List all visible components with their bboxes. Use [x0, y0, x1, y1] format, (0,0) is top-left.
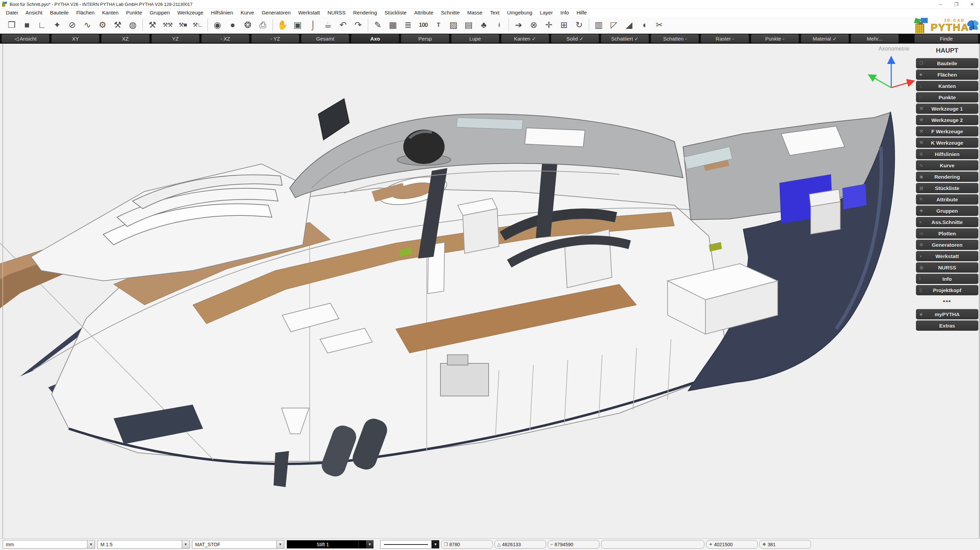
sidebar-item-generatoren[interactable]: ⚙ Generatoren: [916, 239, 978, 250]
nurss-mesh-icon[interactable]: ◍: [125, 18, 140, 32]
camera-icon[interactable]: ◉: [210, 18, 225, 32]
menu-flaechen[interactable]: Flächen: [72, 10, 98, 16]
hook-icon[interactable]: ⌡: [305, 18, 320, 32]
menu-stueckliste[interactable]: Stückliste: [380, 10, 410, 16]
sidebar-item-flaechen[interactable]: ■ Flächen: [916, 70, 978, 80]
menu-hilfe[interactable]: Hilfe: [573, 10, 590, 16]
bauteile-box-icon[interactable]: ❒: [4, 18, 19, 32]
sidebar-item-mypytha[interactable]: ◈ myPYTHA: [916, 309, 978, 319]
menu-werkstatt[interactable]: Werkstatt: [294, 10, 324, 16]
toggle-kanten-button[interactable]: Kanten ✓: [501, 34, 549, 43]
werkzeuge2-hammers-icon[interactable]: ⚒⚒: [160, 18, 175, 32]
sidebar-item-projektkopf[interactable]: ▯ Projektkopf: [916, 285, 978, 295]
sidebar-item-f-werkzeuge[interactable]: ⚒ F Werkzeuge: [916, 126, 978, 136]
close-button[interactable]: ✕: [964, 0, 980, 8]
open-file-hand-icon[interactable]: ✋: [275, 18, 290, 32]
werkzeuge1-hammer-icon[interactable]: ⚒: [145, 18, 160, 32]
view-mehr-button[interactable]: Mehr...: [851, 34, 899, 43]
chevron-down-icon[interactable]: ▼: [182, 540, 189, 548]
sidebar-item-info[interactable]: i Info: [916, 274, 978, 284]
sidebar-item-attribute[interactable]: ✎ Attribute: [916, 194, 978, 204]
sidebar-item-punkte[interactable]: ∷ Punkte: [916, 92, 978, 103]
toggle-punkte-button[interactable]: Punkte -: [751, 34, 799, 43]
sidebar-item-werkzeuge-1[interactable]: ⚒ Werkzeuge 1: [916, 103, 978, 114]
sidebar-item-bauteile[interactable]: ❒ Bauteile: [916, 58, 978, 68]
pan-move-icon[interactable]: ✛: [541, 18, 557, 32]
menu-kurve[interactable]: Kurve: [237, 10, 258, 16]
sidebar-item-gruppen[interactable]: ❖ Gruppen: [916, 206, 978, 216]
view-gesamt-button[interactable]: Gesamt: [301, 34, 349, 43]
punkte-icon[interactable]: ✦: [49, 18, 65, 32]
sidebar-item-stueckliste[interactable]: ▤ Stückliste: [916, 183, 978, 193]
chevron-down-icon[interactable]: ▼: [276, 540, 284, 548]
hilfslinien-icon[interactable]: ⊘: [65, 18, 80, 32]
restore-button[interactable]: ❐: [948, 0, 964, 8]
layer-stack-icon[interactable]: ▤: [461, 18, 476, 32]
text-icon[interactable]: T: [431, 18, 446, 32]
menu-generatoren[interactable]: Generatoren: [258, 10, 294, 16]
sidebar-item-ass-schnitte[interactable]: » Ass.Schnitte: [916, 217, 978, 227]
menu-kanten[interactable]: Kanten: [99, 10, 123, 16]
view-axo-button[interactable]: Axo: [351, 34, 399, 43]
menu-rendering[interactable]: Rendering: [349, 10, 380, 16]
view-neg-xz-button[interactable]: - XZ: [201, 34, 250, 43]
save-floppy-icon[interactable]: ▣: [290, 18, 305, 32]
kante-icon[interactable]: ∟: [34, 18, 49, 32]
menu-punkte[interactable]: Punkte: [122, 10, 146, 16]
menu-schnitte[interactable]: Schnitte: [438, 10, 463, 16]
menu-bauteile[interactable]: Bauteile: [46, 10, 72, 16]
material-rose-icon[interactable]: ❂: [240, 18, 255, 32]
finde-button[interactable]: Finde: [914, 34, 978, 43]
sidebar-item-werkzeuge-2[interactable]: ⚒ Werkzeuge 2: [916, 115, 978, 125]
toggle-solid-button[interactable]: Solid ✓: [551, 34, 599, 43]
sidebar-item-kanten[interactable]: ∟ Kanten: [916, 81, 978, 91]
redo-icon[interactable]: ↷: [351, 18, 366, 32]
workshop-helmet-icon[interactable]: ◖: [636, 18, 652, 32]
coffee-pause-icon[interactable]: ☕: [320, 18, 336, 32]
liste-icon[interactable]: ≣: [401, 18, 416, 32]
sidebar-item-k-werkzeuge[interactable]: ⚒ K Werkzeuge: [916, 138, 978, 148]
menu-info[interactable]: Info: [557, 10, 573, 16]
sidebar-item-nurss[interactable]: ◍ NURSS: [916, 262, 978, 273]
plane-tool-icon[interactable]: ◢: [622, 18, 636, 32]
chevron-down-icon[interactable]: ▼: [366, 540, 373, 548]
zoom-window-icon[interactable]: ⊞: [557, 18, 571, 32]
umgebung-tree-icon[interactable]: ♣: [476, 18, 492, 32]
menu-nurss[interactable]: NURSS: [324, 10, 350, 16]
kurve-icon[interactable]: ∿: [80, 18, 95, 32]
sidebar-item-werkstatt[interactable]: ◖ Werkstatt: [916, 251, 978, 261]
view-lupe-button[interactable]: Lupe: [451, 34, 499, 43]
menu-datei[interactable]: Datei: [2, 10, 22, 16]
masse-100-icon[interactable]: 100: [416, 18, 431, 32]
stueckliste-calc-icon[interactable]: ▦: [385, 18, 401, 32]
linestyle-dropdown[interactable]: ▼: [380, 540, 439, 548]
werkstatt-drill-icon[interactable]: ⚒: [110, 18, 125, 32]
toolbox-icon[interactable]: ▥: [591, 18, 606, 32]
scale-dropdown[interactable]: M 1:5 ▼: [97, 540, 189, 548]
raster-icon[interactable]: ▨: [446, 18, 461, 32]
menu-hilfslinien[interactable]: Hilfslinien: [207, 10, 237, 16]
toggle-material-button[interactable]: Material ✓: [801, 34, 849, 43]
material-dropdown[interactable]: MAT_STOF ▼: [192, 540, 284, 548]
f-werkzeuge-icon[interactable]: ⚒■: [175, 18, 190, 32]
undo-icon[interactable]: ↶: [336, 18, 351, 32]
sidebar-item-hilfslinien[interactable]: ⊘ Hilfslinien: [916, 149, 978, 159]
view-yz-button[interactable]: YZ: [151, 34, 200, 43]
split-scissors-icon[interactable]: ✂: [652, 18, 667, 32]
toggle-schatten-button[interactable]: Schatten -: [651, 34, 699, 43]
generatoren-gears-icon[interactable]: ⚙: [95, 18, 110, 32]
chevron-down-icon[interactable]: ▼: [431, 540, 439, 548]
info-icon[interactable]: i: [492, 18, 506, 32]
k-werkzeuge-icon[interactable]: ⚒∟: [190, 18, 205, 32]
attribute-edit-icon[interactable]: ✎: [370, 18, 385, 32]
view-back-button[interactable]: ◁ Ansicht: [2, 34, 49, 43]
toggle-raster-button[interactable]: Raster -: [701, 34, 749, 43]
menu-layer[interactable]: Layer: [536, 10, 557, 16]
move-object-icon[interactable]: ➔: [511, 18, 526, 32]
sidebar-item-plotten[interactable]: ▭ Plotten: [916, 228, 978, 239]
sidebar-item-kurve[interactable]: ∿ Kurve: [916, 160, 978, 171]
delete-icon[interactable]: ⊗: [526, 18, 541, 32]
viewport-3d[interactable]: Axonometrie HAUPT ❒ Bauteile ■ Flächen ∟: [0, 44, 980, 538]
minimize-button[interactable]: –: [932, 0, 948, 8]
flaeche-icon[interactable]: ■: [19, 18, 34, 32]
